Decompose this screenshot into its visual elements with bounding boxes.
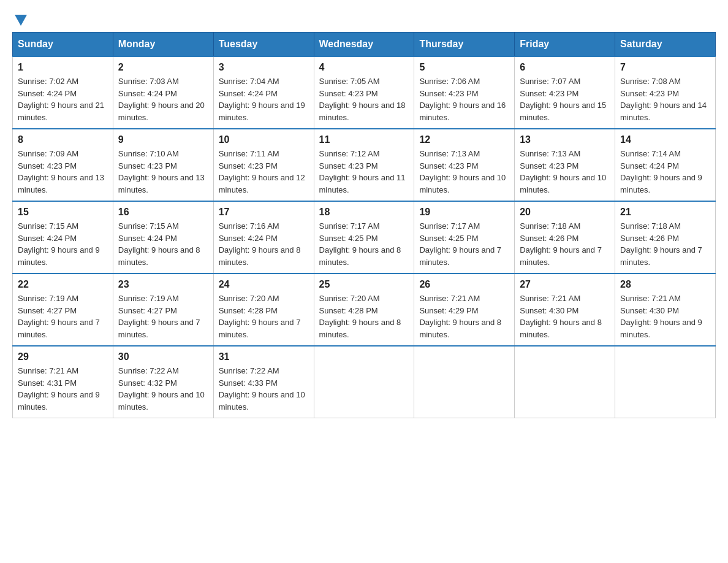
sunset-label: Sunset: 4:23 PM [419, 161, 478, 170]
calendar-cell: 18 Sunrise: 7:17 AM Sunset: 4:25 PM Dayl… [314, 201, 414, 274]
calendar-cell: 30 Sunrise: 7:22 AM Sunset: 4:32 PM Dayl… [113, 346, 213, 418]
calendar-cell [414, 346, 515, 418]
sunset-label: Sunset: 4:30 PM [620, 306, 679, 315]
sunset-label: Sunset: 4:24 PM [118, 234, 177, 243]
sunset-label: Sunset: 4:24 PM [620, 161, 679, 170]
daylight-label: Daylight: 9 hours and 10 minutes. [419, 173, 506, 194]
daylight-label: Daylight: 9 hours and 18 minutes. [319, 101, 406, 122]
day-number: 4 [319, 62, 409, 73]
day-number: 8 [18, 134, 108, 145]
day-info: Sunrise: 7:21 AM Sunset: 4:31 PM Dayligh… [18, 365, 108, 413]
calendar-cell: 21 Sunrise: 7:18 AM Sunset: 4:26 PM Dayl… [615, 201, 716, 274]
sunset-label: Sunset: 4:26 PM [620, 234, 679, 243]
calendar-cell: 25 Sunrise: 7:20 AM Sunset: 4:28 PM Dayl… [314, 274, 414, 346]
calendar-cell: 26 Sunrise: 7:21 AM Sunset: 4:29 PM Dayl… [414, 274, 515, 346]
sunrise-label: Sunrise: 7:13 AM [520, 149, 580, 158]
sunset-label: Sunset: 4:25 PM [419, 234, 478, 243]
daylight-label: Daylight: 9 hours and 12 minutes. [219, 173, 305, 194]
sunset-label: Sunset: 4:23 PM [319, 89, 378, 98]
sunset-label: Sunset: 4:28 PM [219, 306, 278, 315]
daylight-label: Daylight: 9 hours and 11 minutes. [319, 173, 406, 194]
calendar-cell [314, 346, 414, 418]
day-number: 29 [18, 351, 108, 362]
weekday-header: Thursday [414, 33, 515, 57]
daylight-label: Daylight: 9 hours and 7 minutes. [620, 245, 702, 267]
day-number: 12 [419, 134, 509, 145]
day-number: 14 [620, 134, 710, 145]
calendar-cell: 27 Sunrise: 7:21 AM Sunset: 4:30 PM Dayl… [515, 274, 615, 346]
day-info: Sunrise: 7:05 AM Sunset: 4:23 PM Dayligh… [319, 75, 409, 123]
weekday-header: Monday [113, 33, 213, 57]
calendar-cell: 5 Sunrise: 7:06 AM Sunset: 4:23 PM Dayli… [414, 56, 515, 129]
sunset-label: Sunset: 4:32 PM [118, 378, 177, 388]
calendar-table: SundayMondayTuesdayWednesdayThursdayFrid… [12, 32, 716, 418]
calendar-cell: 1 Sunrise: 7:02 AM Sunset: 4:24 PM Dayli… [13, 56, 113, 129]
day-info: Sunrise: 7:12 AM Sunset: 4:23 PM Dayligh… [319, 148, 409, 196]
day-info: Sunrise: 7:21 AM Sunset: 4:29 PM Dayligh… [419, 293, 509, 340]
day-number: 15 [18, 207, 108, 218]
daylight-label: Daylight: 9 hours and 10 minutes. [520, 173, 606, 194]
daylight-label: Daylight: 9 hours and 8 minutes. [118, 245, 200, 267]
day-info: Sunrise: 7:13 AM Sunset: 4:23 PM Dayligh… [419, 148, 509, 196]
sunrise-label: Sunrise: 7:04 AM [219, 77, 279, 86]
sunset-label: Sunset: 4:23 PM [18, 161, 77, 170]
day-number: 6 [520, 62, 610, 73]
sunset-label: Sunset: 4:31 PM [18, 378, 77, 388]
calendar-cell: 22 Sunrise: 7:19 AM Sunset: 4:27 PM Dayl… [13, 274, 113, 346]
sunset-label: Sunset: 4:23 PM [419, 89, 478, 98]
day-number: 16 [118, 207, 208, 218]
sunrise-label: Sunrise: 7:19 AM [18, 294, 78, 303]
sunrise-label: Sunrise: 7:21 AM [18, 366, 78, 375]
sunrise-label: Sunrise: 7:21 AM [620, 294, 681, 303]
logo-triangle-icon [15, 15, 27, 26]
sunrise-label: Sunrise: 7:03 AM [118, 77, 179, 86]
day-number: 11 [319, 134, 409, 145]
daylight-label: Daylight: 9 hours and 20 minutes. [118, 101, 205, 122]
calendar-cell: 3 Sunrise: 7:04 AM Sunset: 4:24 PM Dayli… [213, 56, 314, 129]
calendar-week-row: 15 Sunrise: 7:15 AM Sunset: 4:24 PM Dayl… [13, 201, 716, 274]
sunrise-label: Sunrise: 7:20 AM [219, 294, 279, 303]
calendar-week-row: 22 Sunrise: 7:19 AM Sunset: 4:27 PM Dayl… [13, 274, 716, 346]
sunrise-label: Sunrise: 7:14 AM [620, 149, 681, 158]
day-number: 20 [520, 207, 610, 218]
day-number: 3 [219, 62, 309, 73]
calendar-cell: 31 Sunrise: 7:22 AM Sunset: 4:33 PM Dayl… [213, 346, 314, 418]
sunset-label: Sunset: 4:29 PM [419, 306, 478, 315]
sunrise-label: Sunrise: 7:02 AM [18, 77, 78, 86]
daylight-label: Daylight: 9 hours and 7 minutes. [219, 318, 301, 339]
day-number: 13 [520, 134, 610, 145]
sunrise-label: Sunrise: 7:21 AM [419, 294, 480, 303]
calendar-cell: 12 Sunrise: 7:13 AM Sunset: 4:23 PM Dayl… [414, 129, 515, 201]
sunrise-label: Sunrise: 7:05 AM [319, 77, 380, 86]
logo [12, 12, 27, 26]
daylight-label: Daylight: 9 hours and 9 minutes. [620, 318, 702, 339]
day-info: Sunrise: 7:02 AM Sunset: 4:24 PM Dayligh… [18, 75, 108, 123]
day-info: Sunrise: 7:21 AM Sunset: 4:30 PM Dayligh… [620, 293, 710, 340]
day-number: 21 [620, 207, 710, 218]
sunrise-label: Sunrise: 7:21 AM [520, 294, 580, 303]
day-info: Sunrise: 7:06 AM Sunset: 4:23 PM Dayligh… [419, 75, 509, 123]
sunset-label: Sunset: 4:23 PM [620, 89, 679, 98]
day-number: 26 [419, 279, 509, 290]
daylight-label: Daylight: 9 hours and 19 minutes. [219, 101, 305, 122]
calendar-cell: 8 Sunrise: 7:09 AM Sunset: 4:23 PM Dayli… [13, 129, 113, 201]
day-number: 18 [319, 207, 409, 218]
calendar-cell [515, 346, 615, 418]
daylight-label: Daylight: 9 hours and 7 minutes. [18, 318, 100, 339]
day-number: 9 [118, 134, 208, 145]
sunrise-label: Sunrise: 7:22 AM [118, 366, 179, 375]
calendar-cell [615, 346, 716, 418]
sunset-label: Sunset: 4:27 PM [118, 306, 177, 315]
calendar-cell: 10 Sunrise: 7:11 AM Sunset: 4:23 PM Dayl… [213, 129, 314, 201]
sunrise-label: Sunrise: 7:15 AM [18, 221, 78, 231]
calendar-cell: 16 Sunrise: 7:15 AM Sunset: 4:24 PM Dayl… [113, 201, 213, 274]
daylight-label: Daylight: 9 hours and 21 minutes. [18, 101, 104, 122]
day-info: Sunrise: 7:09 AM Sunset: 4:23 PM Dayligh… [18, 148, 108, 196]
weekday-header: Tuesday [213, 33, 314, 57]
day-info: Sunrise: 7:20 AM Sunset: 4:28 PM Dayligh… [319, 293, 409, 340]
sunrise-label: Sunrise: 7:18 AM [620, 221, 681, 231]
day-info: Sunrise: 7:08 AM Sunset: 4:23 PM Dayligh… [620, 75, 710, 123]
day-info: Sunrise: 7:03 AM Sunset: 4:24 PM Dayligh… [118, 75, 208, 123]
day-info: Sunrise: 7:20 AM Sunset: 4:28 PM Dayligh… [219, 293, 309, 340]
day-number: 19 [419, 207, 509, 218]
